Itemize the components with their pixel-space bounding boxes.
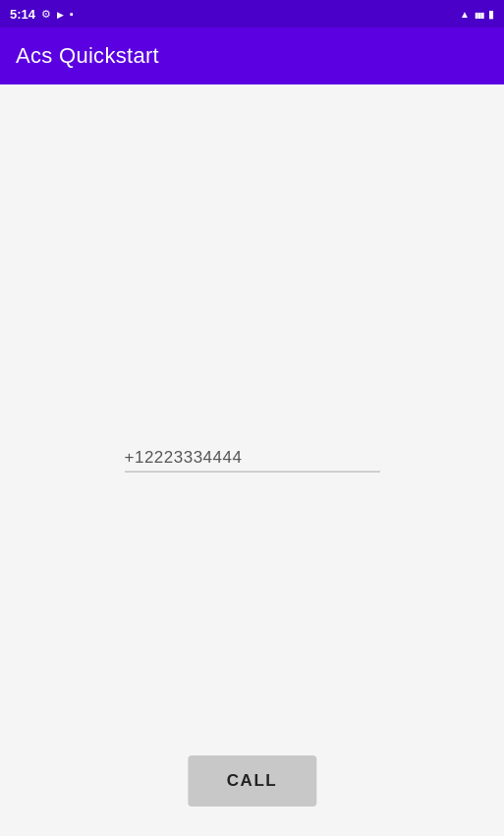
status-bar: 5:14 <box>0 0 504 28</box>
phone-input-container <box>125 443 380 472</box>
phone-input[interactable] <box>125 443 380 472</box>
gear-icon <box>41 8 51 21</box>
status-bar-right <box>460 8 494 21</box>
play-icon <box>57 8 64 20</box>
signal-icon <box>475 8 483 20</box>
status-bar-left: 5:14 <box>10 7 74 22</box>
main-content: CALL <box>0 84 504 836</box>
app-bar: Acs Quickstart <box>0 28 504 84</box>
status-time: 5:14 <box>10 7 35 22</box>
call-button[interactable]: CALL <box>188 755 316 807</box>
card-icon <box>70 8 74 20</box>
call-button-container: CALL <box>188 755 316 807</box>
app-title: Acs Quickstart <box>16 43 159 69</box>
battery-icon <box>488 8 494 21</box>
wifi-icon <box>460 8 470 20</box>
